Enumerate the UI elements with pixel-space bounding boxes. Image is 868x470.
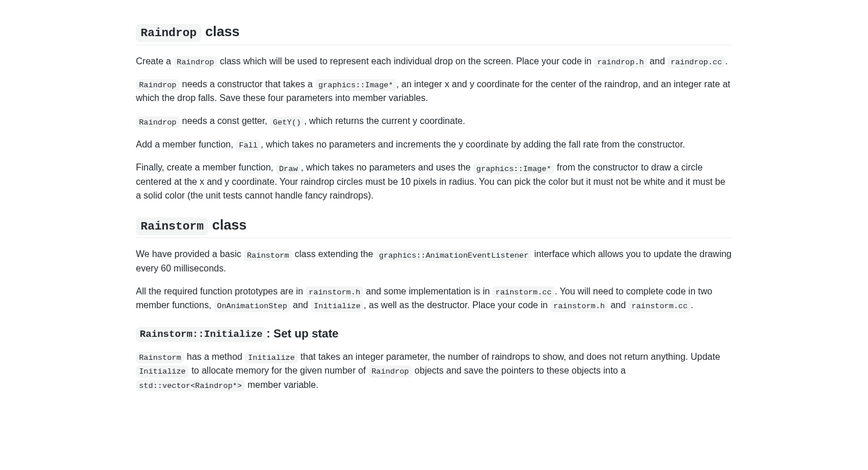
paragraph: Raindrop needs a constructor that takes … bbox=[136, 77, 732, 105]
paragraph: Raindrop needs a const getter, GetY(), w… bbox=[136, 114, 732, 128]
inline-code: GetY() bbox=[270, 116, 304, 128]
readme-content: Raindrop class Create a Raindrop class w… bbox=[67, 0, 801, 410]
rainstorm-initialize-heading: Rainstorm::Initialize: Set up state bbox=[136, 327, 732, 341]
inline-code: Fall bbox=[236, 139, 261, 151]
inline-code: Initialize bbox=[311, 300, 363, 312]
inline-code: rainstorm.cc bbox=[492, 286, 555, 298]
paragraph: We have provided a basic Rainstorm class… bbox=[136, 247, 732, 275]
inline-code: rainstorm.h bbox=[306, 286, 363, 298]
paragraph: Rainstorm has a method Initialize that t… bbox=[136, 350, 732, 392]
inline-code: raindrop.h bbox=[594, 56, 647, 68]
raindrop-heading-code: Raindrop bbox=[136, 24, 201, 42]
inline-code: rainstorm.cc bbox=[628, 300, 691, 312]
inline-code: Initialize bbox=[245, 352, 298, 363]
initialize-heading-suffix: : Set up state bbox=[267, 327, 339, 340]
inline-code: Raindrop bbox=[174, 56, 217, 68]
initialize-heading-code: Rainstorm::Initialize bbox=[136, 327, 267, 342]
paragraph: Create a Raindrop class which will be us… bbox=[136, 55, 732, 68]
inline-code: raindrop.cc bbox=[667, 56, 725, 68]
raindrop-heading-suffix: class bbox=[201, 24, 240, 39]
raindrop-class-heading: Raindrop class bbox=[136, 23, 732, 45]
inline-code: rainstorm.h bbox=[550, 300, 608, 312]
rainstorm-heading-code: Rainstorm bbox=[136, 217, 208, 235]
paragraph: Add a member function, Fall, which takes… bbox=[136, 138, 732, 152]
inline-code: Rainstorm bbox=[244, 250, 292, 261]
inline-code: OnAnimationStep bbox=[214, 300, 290, 312]
paragraph: Finally, create a member function, Draw,… bbox=[136, 161, 732, 202]
inline-code: Initialize bbox=[136, 366, 189, 377]
rainstorm-class-heading: Rainstorm class bbox=[136, 216, 732, 239]
inline-code: graphics::Image* bbox=[315, 79, 396, 91]
paragraph: All the required function prototypes are… bbox=[136, 285, 732, 313]
inline-code: Draw bbox=[276, 163, 301, 174]
inline-code: graphics::AnimationEventListener bbox=[376, 250, 531, 261]
inline-code: std::vector<Raindrop*> bbox=[136, 380, 245, 391]
inline-code: Raindrop bbox=[136, 116, 179, 128]
inline-code: Raindrop bbox=[369, 366, 412, 377]
inline-code: graphics::Image* bbox=[473, 163, 554, 174]
inline-code: Rainstorm bbox=[136, 352, 184, 363]
rainstorm-heading-suffix: class bbox=[208, 217, 247, 232]
inline-code: Raindrop bbox=[136, 79, 179, 91]
